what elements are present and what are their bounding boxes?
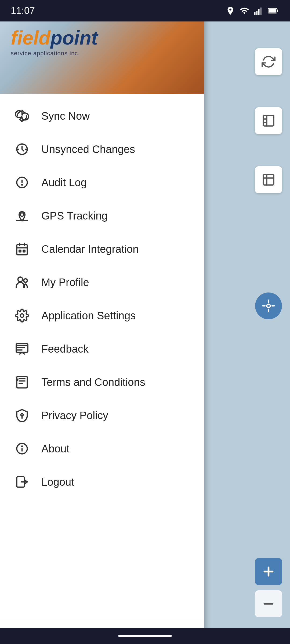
navigation-bar xyxy=(0,628,290,644)
menu-item-calendar-integration[interactable]: Calendar Integration xyxy=(0,232,204,266)
svg-point-9 xyxy=(267,304,270,308)
svg-rect-6 xyxy=(269,9,276,13)
menu-item-terms-conditions[interactable]: Terms and Conditions xyxy=(0,365,204,399)
logo: field point xyxy=(11,27,98,49)
location-icon xyxy=(226,6,235,16)
status-bar: 11:07 xyxy=(0,0,290,21)
logo-point: point xyxy=(50,27,98,49)
profile-icon xyxy=(13,274,31,291)
menu-item-gps-tracking[interactable]: GPS Tracking xyxy=(0,199,204,232)
battery-icon xyxy=(267,6,279,16)
settings-icon xyxy=(13,307,31,324)
svg-rect-19 xyxy=(19,250,21,252)
svg-rect-2 xyxy=(258,9,260,15)
menu-item-feedback[interactable]: Feedback xyxy=(0,332,204,365)
menu-item-audit-log[interactable]: Audit Log xyxy=(0,166,204,199)
menu-item-my-profile[interactable]: My Profile xyxy=(0,266,204,299)
refresh-button[interactable] xyxy=(255,48,282,75)
about-label: About xyxy=(41,443,70,455)
sync-icon xyxy=(13,107,31,125)
map-zoom-in-button[interactable] xyxy=(255,558,282,585)
unsynced-changes-label: Unsynced Changes xyxy=(41,143,135,155)
map-list-button[interactable] xyxy=(255,107,282,134)
status-time: 11:07 xyxy=(11,5,35,16)
feedback-icon xyxy=(13,340,31,357)
logo-field: field xyxy=(11,27,50,49)
wifi-icon xyxy=(240,6,249,16)
nav-indicator xyxy=(118,635,172,637)
menu-item-unsynced-changes[interactable]: Unsynced Changes xyxy=(0,133,204,166)
svg-rect-5 xyxy=(277,10,278,12)
calendar-integration-label: Calendar Integration xyxy=(41,243,139,255)
feedback-label: Feedback xyxy=(41,343,89,355)
my-profile-label: My Profile xyxy=(41,276,89,288)
audit-icon xyxy=(13,174,31,191)
status-icons xyxy=(226,6,279,16)
privacy-icon xyxy=(13,407,31,424)
unsynced-icon xyxy=(13,141,31,158)
logout-label: Logout xyxy=(41,476,74,488)
menu-item-about[interactable]: About xyxy=(0,432,204,465)
svg-rect-20 xyxy=(23,250,25,252)
menu-item-logout[interactable]: Logout xyxy=(0,465,204,499)
svg-rect-7 xyxy=(263,116,274,126)
svg-point-22 xyxy=(24,279,27,282)
svg-point-23 xyxy=(20,314,24,317)
svg-point-14 xyxy=(20,213,24,216)
drawer-menu: Sync Now Unsynced Changes xyxy=(0,94,204,619)
terms-conditions-label: Terms and Conditions xyxy=(41,376,145,388)
application-settings-label: Application Settings xyxy=(41,310,136,322)
sync-now-label: Sync Now xyxy=(41,110,90,122)
svg-point-21 xyxy=(18,277,23,282)
svg-rect-3 xyxy=(260,8,262,15)
gps-icon xyxy=(13,207,31,224)
svg-rect-8 xyxy=(263,175,274,185)
map-filter-button[interactable] xyxy=(255,166,282,193)
navigation-drawer: field point service applications inc. Sy… xyxy=(0,0,204,644)
audit-log-label: Audit Log xyxy=(41,177,87,189)
logo-container: field point service applications inc. xyxy=(11,27,98,57)
logo-subtitle: service applications inc. xyxy=(11,50,98,57)
signal-icon xyxy=(253,6,263,16)
terms-icon xyxy=(13,374,31,391)
menu-item-sync-now[interactable]: Sync Now xyxy=(0,99,204,133)
menu-item-application-settings[interactable]: Application Settings xyxy=(0,299,204,332)
menu-item-privacy-policy[interactable]: Privacy Policy xyxy=(0,399,204,432)
location-center-button[interactable] xyxy=(255,292,282,319)
gps-tracking-label: GPS Tracking xyxy=(41,210,108,222)
svg-rect-1 xyxy=(256,11,258,15)
map-zoom-out-button[interactable] xyxy=(255,590,282,617)
about-icon xyxy=(13,440,31,457)
calendar-icon xyxy=(13,240,31,258)
svg-rect-0 xyxy=(254,12,256,15)
logout-icon xyxy=(13,473,31,491)
privacy-policy-label: Privacy Policy xyxy=(41,409,108,422)
svg-rect-15 xyxy=(17,244,27,255)
